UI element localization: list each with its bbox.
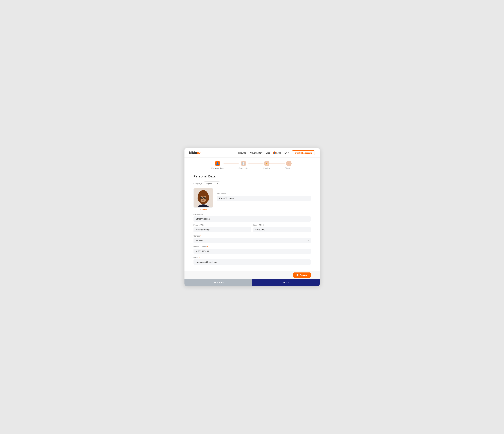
email-required-star: *	[199, 257, 200, 259]
nav-footer: ‹ Previous Next ›	[184, 279, 320, 286]
step-circle-preview: ✏️	[264, 161, 270, 166]
nav-login[interactable]: 👤 Login	[273, 151, 281, 154]
date-required-star: *	[265, 224, 265, 226]
main-content: Personal Data Language English Indonesia…	[184, 171, 320, 271]
step-line-1	[224, 163, 239, 163]
chevron-down-icon-3: ▾	[288, 152, 289, 154]
language-select[interactable]: English Indonesian Spanish French German	[204, 181, 220, 186]
preview-button[interactable]: 📄 Preview	[293, 273, 311, 278]
step-label-preview: Preview	[263, 167, 270, 169]
user-icon: 👤	[273, 151, 276, 154]
place-of-birth-group: Place of Birth *	[193, 224, 251, 232]
email-input[interactable]	[193, 259, 311, 265]
phone-input[interactable]	[193, 248, 311, 254]
navbar: bikincv Resume ▾ Cover Letter ▾ Blog	[184, 148, 320, 158]
step-preview: ✏️ Preview	[263, 161, 270, 169]
fullname-group: Full Name *	[217, 188, 311, 201]
next-button[interactable]: Next ›	[252, 279, 320, 286]
nav-links: Resume ▾ Cover Letter ▾ Blog 👤 Login	[238, 151, 315, 155]
chevron-down-icon-2: ▾	[262, 152, 263, 154]
svg-point-11	[201, 197, 202, 198]
avatar	[194, 188, 213, 207]
logo: bikincv	[189, 151, 238, 155]
birth-row: Place of Birth * Date of Birth *	[193, 224, 311, 232]
previous-button[interactable]: ‹ Previous	[184, 279, 252, 286]
place-of-birth-label: Place of Birth *	[193, 224, 251, 226]
page-title: Personal Data	[193, 174, 311, 178]
gender-select[interactable]: Female Male Other	[193, 238, 311, 243]
date-of-birth-group: Date of Birth *	[253, 224, 311, 232]
logo-text-bikin: bikin	[189, 151, 197, 155]
fullname-required-star: *	[226, 193, 227, 195]
svg-point-13	[203, 198, 204, 200]
nav-create-resume[interactable]: Create My Resume	[292, 151, 315, 155]
fullname-input[interactable]	[217, 196, 311, 201]
step-circle-cover-letter: 📄	[241, 161, 246, 166]
bottom-bar: 📄 Preview	[184, 271, 320, 279]
step-label-personal-data: Personal Data	[212, 167, 224, 169]
date-of-birth-input[interactable]	[253, 227, 311, 232]
step-line-3	[270, 163, 285, 163]
chevron-right-icon: ›	[288, 281, 289, 284]
svg-point-12	[204, 197, 205, 198]
phone-group: Phone Number *	[193, 246, 311, 254]
nav-resume[interactable]: Resume ▾	[238, 152, 247, 154]
nav-blog-link[interactable]: Blog	[266, 152, 270, 154]
logo-text-cv: cv	[197, 151, 200, 155]
step-checkout: ✓ Checkout	[285, 161, 293, 169]
place-required-star: *	[206, 224, 206, 226]
language-label: Language	[193, 182, 202, 185]
step-cover-letter: 📄 Cover Letter	[239, 161, 248, 169]
step-circle-checkout: ✓	[286, 161, 292, 166]
remove-photo-link[interactable]: Remove	[199, 209, 207, 211]
profession-required-star: *	[203, 213, 204, 215]
nav-lang[interactable]: EN ▾	[285, 152, 289, 154]
date-of-birth-label: Date of Birth *	[253, 224, 311, 226]
gender-label: Gender *	[193, 235, 311, 237]
preview-icon: 📄	[296, 274, 299, 276]
profession-label: Profession *	[193, 213, 311, 215]
photo-name-row: Remove Full Name *	[193, 188, 311, 211]
nav-cover-letter[interactable]: Cover Letter ▾	[250, 152, 263, 154]
stepper: 👤 Personal Data 📄 Cover Letter ✏️ Previe…	[184, 158, 320, 171]
chevron-left-icon: ‹	[213, 281, 213, 284]
create-resume-button[interactable]: Create My Resume	[292, 151, 315, 155]
profession-group: Profession *	[193, 213, 311, 221]
step-label-checkout: Checkout	[285, 167, 293, 169]
place-of-birth-input[interactable]	[193, 227, 251, 232]
phone-label: Phone Number *	[193, 246, 311, 248]
nav-blog[interactable]: Blog	[266, 152, 270, 154]
fullname-label: Full Name *	[217, 193, 311, 195]
chevron-down-icon: ▾	[246, 152, 247, 154]
step-personal-data: 👤 Personal Data	[212, 161, 224, 169]
profession-input[interactable]	[193, 216, 311, 221]
gender-required-star: *	[200, 235, 201, 237]
email-label: Email *	[193, 257, 311, 259]
nav-resume-link[interactable]: Resume ▾	[238, 152, 247, 154]
nav-login-link[interactable]: 👤 Login	[273, 151, 281, 154]
language-row: Language English Indonesian Spanish Fren…	[193, 181, 311, 186]
photo-frame	[193, 188, 213, 208]
phone-required-star: *	[207, 246, 208, 248]
email-group: Email *	[193, 257, 311, 265]
app-window: bikincv Resume ▾ Cover Letter ▾ Blog	[184, 148, 320, 286]
step-line-2	[248, 163, 263, 163]
step-label-cover-letter: Cover Letter	[239, 167, 248, 169]
nav-lang-selector[interactable]: EN ▾	[285, 152, 289, 154]
gender-group: Gender * Female Male Other	[193, 235, 311, 243]
photo-box: Remove	[193, 188, 213, 211]
nav-cover-letter-link[interactable]: Cover Letter ▾	[250, 152, 263, 154]
step-circle-personal-data: 👤	[215, 161, 220, 166]
